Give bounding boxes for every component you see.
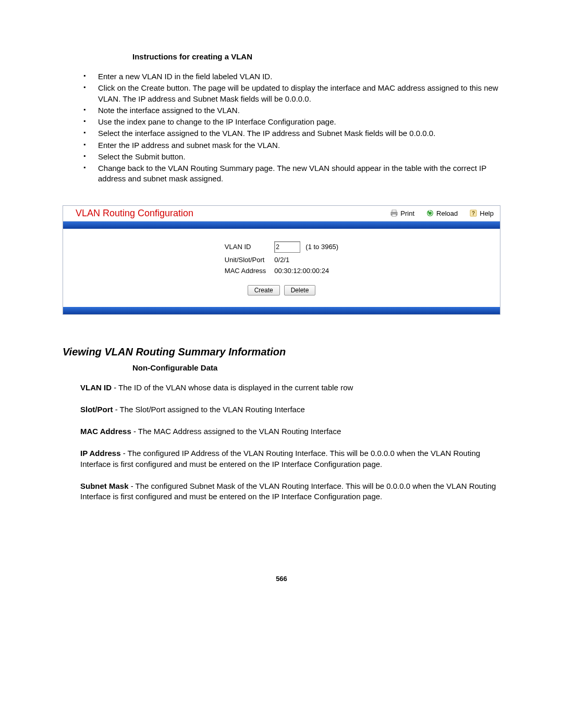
definition: Slot/Port - The Slot/Port assigned to th… — [80, 404, 500, 415]
reload-icon — [426, 209, 434, 217]
print-button[interactable]: Print — [390, 209, 414, 217]
list-item: Select the Submit button. — [80, 152, 500, 162]
mac-address-value: 00:30:12:00:00:24 — [274, 267, 338, 275]
list-item: Select the interface assigned to the VLA… — [80, 128, 500, 139]
definition: VLAN ID - The ID of the VLAN whose data … — [80, 382, 500, 393]
list-item: Use the index pane to change to the IP I… — [80, 117, 500, 127]
mac-address-label: MAC Address — [225, 267, 266, 275]
svg-rect-1 — [392, 210, 396, 212]
svg-rect-2 — [392, 214, 396, 216]
page-number: 566 — [63, 575, 500, 583]
definition: Subnet Mask - The configured Subnet Mask… — [80, 481, 500, 502]
print-icon — [390, 209, 398, 217]
list-item: Change back to the VLAN Routing Summary … — [80, 163, 500, 184]
vlan-config-panel: VLAN Routing Configuration Print Reload — [63, 205, 500, 315]
summary-heading: Viewing VLAN Routing Summary Information — [63, 346, 500, 358]
instructions-title: Instructions for creating a VLAN — [80, 52, 500, 61]
create-button[interactable]: Create — [248, 285, 280, 295]
summary-subheading: Non-Configurable Data — [80, 363, 500, 372]
print-label: Print — [400, 209, 414, 217]
instructions-list: Enter a new VLAN ID in the field labeled… — [80, 71, 500, 184]
panel-title: VLAN Routing Configuration — [76, 208, 193, 219]
list-item: Enter the IP address and subnet mask for… — [80, 140, 500, 151]
vlan-id-label: VLAN ID — [225, 243, 266, 251]
vlan-id-input[interactable] — [274, 241, 300, 253]
unit-slot-port-value: 0/2/1 — [274, 256, 338, 264]
top-band — [63, 221, 500, 229]
reload-label: Reload — [436, 209, 458, 217]
help-icon: ? — [469, 209, 478, 217]
svg-text:?: ? — [472, 211, 475, 216]
unit-slot-port-label: Unit/Slot/Port — [225, 256, 266, 264]
reload-button[interactable]: Reload — [426, 209, 458, 217]
help-label: Help — [480, 209, 494, 217]
list-item: Click on the Create button. The page wil… — [80, 83, 500, 104]
definition: IP Address - The configured IP Address o… — [80, 448, 500, 470]
help-button[interactable]: ? Help — [469, 209, 494, 217]
vlan-id-range: (1 to 3965) — [305, 243, 338, 251]
definition: MAC Address - The MAC Address assigned t… — [80, 426, 500, 437]
list-item: Enter a new VLAN ID in the field labeled… — [80, 71, 500, 82]
list-item: Note the interface assigned to the VLAN. — [80, 105, 500, 116]
bottom-band — [63, 307, 500, 314]
delete-button[interactable]: Delete — [284, 285, 316, 295]
